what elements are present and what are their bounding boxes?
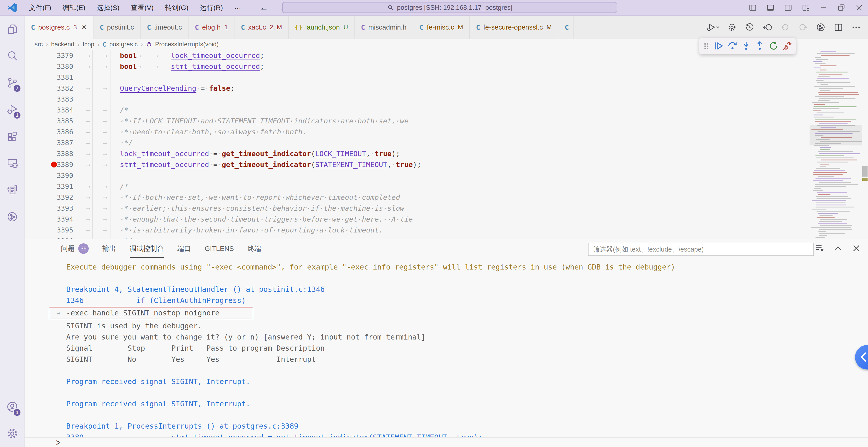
history-back-button[interactable]: ← (259, 3, 268, 13)
toggle-panel-icon[interactable] (762, 0, 779, 15)
line-number[interactable]: 3380 (25, 63, 86, 70)
panel-tab[interactable]: 终端 (247, 239, 261, 258)
line-number[interactable]: 3393 (25, 204, 86, 212)
line-number[interactable]: 3385 (25, 117, 86, 125)
minimize-button[interactable] (815, 0, 833, 15)
line-number[interactable]: 3395 (25, 226, 86, 234)
panel-tab[interactable]: GITLENS (205, 239, 234, 258)
close-icon[interactable]: ✕ (82, 24, 87, 31)
line-number[interactable]: 3381 (25, 73, 86, 82)
line-number[interactable]: 3389 (25, 161, 86, 169)
menu-item[interactable]: 编辑(E) (57, 0, 91, 15)
git-graph-icon[interactable] (0, 203, 24, 230)
code-line[interactable]: 3392→ → ·*·If·both·were·set,·we·want·to·… (25, 192, 810, 203)
line-number[interactable]: 3384 (25, 106, 86, 114)
console-line[interactable] (25, 365, 868, 376)
code-line[interactable]: 3381 (25, 72, 810, 83)
breadcrumb-item[interactable]: postgres.c (110, 41, 138, 48)
line-number[interactable]: 3394 (25, 215, 86, 223)
git-graph-icon[interactable] (816, 22, 826, 32)
code-line[interactable]: 3393→ → ·*·earlier;·this·ensures·consist… (25, 203, 810, 214)
line-number[interactable]: 3388 (25, 150, 86, 158)
code-line[interactable]: 3394→ → ·*·enough·that·the·second·timeou… (25, 214, 810, 225)
debug-continue-icon[interactable] (714, 41, 724, 51)
console-line[interactable]: Execute debugger commands using "-exec <… (25, 262, 868, 273)
more-actions-icon[interactable] (851, 22, 861, 32)
debug-console-input[interactable]: > (25, 437, 868, 447)
editor-tab[interactable]: Cfe-misc.cM (413, 16, 470, 39)
console-line[interactable]: Program received signal SIGINT, Interrup… (25, 398, 868, 410)
editor-tab[interactable]: C (558, 16, 574, 39)
code-line[interactable]: 3389→ → stmt_timeout_occurred·=·get_time… (25, 159, 810, 170)
code-line[interactable]: 3388→ → lock_timeout_occurred·=·get_time… (25, 148, 810, 159)
debug-step-out-icon[interactable] (754, 41, 765, 51)
editor-tab[interactable]: {}launch.jsonU (288, 16, 354, 39)
menu-item[interactable]: 选择(S) (91, 0, 125, 15)
editor-tab[interactable]: Celog.h1 (188, 16, 235, 39)
close-panel-icon[interactable] (851, 244, 861, 253)
debug-console-output[interactable]: Execute debugger commands using "-exec <… (25, 260, 868, 437)
toggle-sidebar-icon[interactable] (744, 0, 762, 15)
console-line[interactable] (25, 387, 868, 398)
debug-run-menu-icon[interactable] (706, 22, 719, 32)
code-line[interactable]: 3386→ → ·*·need·to·clear·both,·so·always… (25, 126, 810, 137)
accounts-icon[interactable]: 1 (0, 393, 24, 420)
console-line[interactable]: 3389 stmt_timeout_occurred = get_timeout… (25, 432, 868, 437)
line-number[interactable]: 3390 (25, 171, 86, 180)
console-line[interactable]: -exec handle SIGINT nostop noignore→ (49, 307, 253, 319)
source-control-icon[interactable]: 7 (0, 69, 24, 96)
restore-button[interactable] (833, 0, 850, 15)
editor-tab[interactable]: Ctimeout.c (141, 16, 188, 39)
search-icon[interactable] (0, 42, 24, 69)
breadcrumb-item[interactable]: ProcessInterrupts(void) (155, 41, 219, 48)
customize-layout-icon[interactable] (797, 0, 815, 15)
console-line[interactable]: Program received signal SIGINT, Interrup… (25, 376, 868, 387)
console-line[interactable]: Signal Stop Print Pass to program Descri… (25, 343, 868, 354)
console-line[interactable] (25, 273, 868, 284)
line-number[interactable]: 3386 (25, 128, 86, 136)
close-window-button[interactable] (850, 0, 868, 15)
code-line[interactable]: 3391→ → /* (25, 181, 810, 192)
menu-item[interactable]: 查看(V) (125, 0, 159, 15)
editor-tab[interactable]: Cpostinit.c (93, 16, 141, 39)
console-line[interactable]: Are you sure you want to change it? (y o… (25, 331, 868, 343)
menu-item[interactable]: 运行(R) (194, 0, 229, 15)
menu-item[interactable]: 文件(F) (23, 0, 57, 15)
menu-item[interactable]: 转到(G) (159, 0, 194, 15)
console-filter-input[interactable] (588, 243, 814, 256)
line-number[interactable]: 3391 (25, 183, 86, 190)
console-line[interactable]: Breakpoint 4, StatementTimeoutHandler ()… (25, 284, 868, 295)
editor-tab[interactable]: Cmiscadmin.h (354, 16, 413, 39)
file-history-icon[interactable] (0, 177, 24, 203)
extensions-icon[interactable] (0, 123, 24, 150)
breakpoint-icon[interactable] (51, 162, 57, 167)
code-line[interactable]: 3382→ → QueryCancelPending·=·false; (25, 83, 810, 94)
console-line[interactable]: SIGINT is used by the debugger. (25, 320, 868, 331)
scrollbar-thumb[interactable] (862, 166, 868, 177)
console-line[interactable]: Breakpoint 1, ProcessInterrupts () at po… (25, 421, 868, 432)
console-line[interactable]: 1346 if (ClientAuthInProgress) (25, 295, 868, 306)
clear-console-icon[interactable] (814, 243, 825, 254)
menu-item[interactable]: ··· (228, 0, 247, 15)
console-line[interactable]: SIGINT No Yes Yes Interrupt (25, 354, 868, 365)
code-line[interactable]: 3383 (25, 94, 810, 104)
editor-tab[interactable]: Cpostgres.c3✕ (25, 16, 93, 39)
editor-tab[interactable]: Cxact.c2, M (235, 16, 288, 39)
console-line[interactable] (25, 410, 868, 421)
minimap-viewport[interactable] (810, 125, 862, 146)
code-editor[interactable]: 3379→ → bool→ → lock_timeout_occurred;33… (25, 50, 810, 238)
minimap[interactable] (810, 50, 862, 238)
panel-tab[interactable]: 调试控制台 (130, 239, 164, 258)
toggle-secondary-sidebar-icon[interactable] (779, 0, 797, 15)
explorer-icon[interactable] (0, 16, 24, 42)
editor-tab[interactable]: Cfe-secure-openssl.cM (470, 16, 558, 39)
code-line[interactable]: 3390 (25, 170, 810, 181)
run-and-debug-icon[interactable]: 1 (0, 96, 24, 123)
code-line[interactable]: 3387→ → ·*/ (25, 137, 810, 148)
code-line[interactable]: 3395→ → ·*·is·arbitrarily·broken·in·favo… (25, 225, 810, 235)
breadcrumb-item[interactable]: src (35, 41, 43, 48)
line-number[interactable]: 3382 (25, 84, 86, 92)
next-change-icon[interactable] (798, 22, 808, 32)
drag-handle-icon[interactable] (703, 42, 710, 50)
prev-change-icon[interactable] (780, 22, 790, 32)
